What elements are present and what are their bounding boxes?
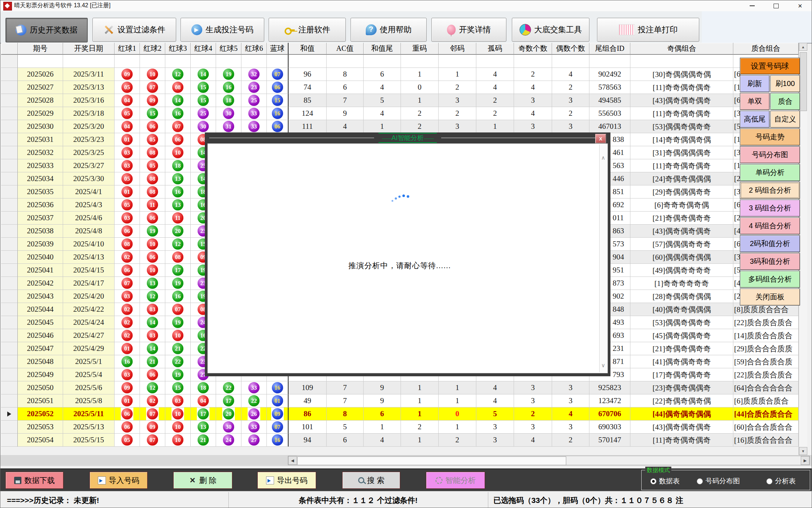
- panel-button-11[interactable]: 2 码组合分析: [740, 182, 800, 199]
- vertical-scroll-thumb[interactable]: [800, 52, 807, 111]
- bottom-button-3[interactable]: 删 除: [173, 472, 232, 489]
- toolbar-button-7[interactable]: 大底交集工具: [512, 18, 589, 42]
- ac-cell: 7: [327, 381, 364, 394]
- dialog-scrollbar[interactable]: ∧ ∨: [599, 144, 607, 372]
- toolbar-button-8[interactable]: 投注单打印: [597, 18, 699, 42]
- red-ball: 11: [172, 212, 183, 224]
- table-header-row: 期号开奖日期红球1红球2红球3红球4红球5红球6蓝球和值AC值和值尾重码邻码孤码…: [1, 43, 799, 55]
- history-icon: [16, 25, 26, 36]
- red-ball-cell: 03: [115, 368, 140, 381]
- red-ball: 27: [248, 434, 260, 446]
- scroll-down-arrow-icon[interactable]: ▼: [799, 447, 807, 455]
- red-ball: 11: [147, 199, 158, 210]
- draw-date-cell: 2025/5/11: [63, 407, 115, 421]
- red-ball-cell: 06: [115, 421, 140, 434]
- odd-even-combo-cell: [60]偶偶偶奇偶偶: [630, 251, 733, 264]
- toolbar-button-5[interactable]: 使用帮助: [351, 18, 427, 42]
- odd-count-cell: 3: [514, 394, 552, 407]
- scroll-up-arrow-icon[interactable]: ▲: [799, 43, 807, 51]
- dialog-scroll-down-icon[interactable]: ∨: [600, 361, 607, 370]
- panel-button-15[interactable]: 3码和值分析: [740, 253, 800, 270]
- toolbar-button-3[interactable]: 生成投注号码: [181, 18, 264, 42]
- column-header: 邻码: [439, 43, 476, 55]
- red-ball: 16: [121, 356, 133, 367]
- period-cell: 2025047: [18, 342, 63, 355]
- maximize-button[interactable]: [765, 0, 788, 11]
- ac-cell: 5: [327, 421, 364, 434]
- data-mode-radio-2[interactable]: 号码分布图: [697, 476, 740, 486]
- panel-button-16[interactable]: 多码组合分析: [740, 271, 800, 288]
- table-row[interactable]: 20250292025/3/18051516253033161249422242…: [1, 107, 799, 120]
- panel-button-1[interactable]: 设置号码球: [740, 58, 800, 74]
- table-row[interactable]: 20250272025/3/13050708151623067464024425…: [1, 81, 799, 94]
- dialog-close-button[interactable]: X: [595, 134, 606, 143]
- minimize-button[interactable]: [741, 0, 764, 11]
- red-ball-cell: 08: [165, 81, 191, 94]
- blue-ball: 16: [272, 382, 283, 393]
- red-ball-cell: 06: [165, 133, 191, 146]
- odd-count-cell: 2: [514, 68, 552, 81]
- red-ball-cell: 16: [115, 355, 140, 368]
- toolbar-button-label: 设置过滤条件: [117, 24, 165, 35]
- panel-button-13[interactable]: 4 码组合分析: [740, 217, 800, 234]
- panel-button-17[interactable]: 关闭面板: [740, 288, 800, 306]
- toolbar-button-1[interactable]: 历史开奖数据: [5, 18, 88, 42]
- table-row[interactable]: 20250262025/3/11091012141932079686114249…: [1, 68, 799, 81]
- red-ball-cell: 10: [140, 238, 165, 251]
- horizontal-scroll-thumb[interactable]: [297, 456, 566, 465]
- red-ball: 04: [121, 121, 133, 132]
- adjacent-cell: 3: [439, 120, 476, 133]
- panel-button-8[interactable]: 号码走势: [740, 128, 800, 146]
- red-ball-cell: 12: [165, 238, 191, 251]
- red-ball-cell: 25: [241, 94, 267, 107]
- red-ball: 02: [121, 330, 133, 341]
- table-row[interactable]: 20250512025/5/80102030417220149791143312…: [1, 394, 799, 407]
- table-row[interactable]: 20250282025/3/16040914151825158575132334…: [1, 94, 799, 107]
- bottom-button-1[interactable]: 数据下载: [5, 472, 63, 489]
- panel-button-5[interactable]: 质合: [770, 93, 800, 110]
- panel-button-2[interactable]: 刷新: [740, 75, 770, 92]
- panel-button-14[interactable]: 2码和值分析: [740, 235, 800, 252]
- toolbar-button-4[interactable]: 注册软件: [269, 18, 346, 42]
- data-mode-radio-1[interactable]: 数据表: [650, 476, 680, 486]
- adjacent-cell: 1: [439, 381, 476, 394]
- panel-button-4[interactable]: 单双: [740, 93, 770, 110]
- table-row[interactable]: 20250302025/3/20040607303133061114123133…: [1, 120, 799, 133]
- panel-button-7[interactable]: 自定义: [770, 111, 800, 128]
- toolbar-button-6[interactable]: 开奖详情: [431, 18, 506, 42]
- red-ball-cell: 02: [115, 329, 140, 342]
- red-ball: 09: [121, 69, 133, 80]
- ball-settings-panel: 设置号码球刷新刷100单双质合高低尾自定义号码走势号码分布图单码分析2 码组合分…: [740, 58, 800, 306]
- red-ball-cell: 01: [115, 394, 140, 407]
- blue-ball-cell: 16: [267, 381, 289, 394]
- bottom-button-6[interactable]: 智能分析: [426, 472, 485, 489]
- data-mode-radio-3[interactable]: 分析表: [766, 476, 796, 486]
- bottom-button-2[interactable]: 导入号码: [90, 472, 148, 489]
- panel-button-12[interactable]: 3 码组合分析: [740, 200, 800, 217]
- even-count-cell: 3: [552, 394, 589, 407]
- table-row[interactable]: 20250532025/5/13060910133033071015121333…: [1, 421, 799, 434]
- panel-button-10[interactable]: 单码分析: [740, 164, 800, 181]
- bottom-button-5[interactable]: 搜 索: [342, 472, 400, 489]
- tail-id-cell: 690303: [589, 421, 630, 434]
- toolbar-button-label: 注册软件: [298, 24, 330, 35]
- dialog-scroll-up-icon[interactable]: ∧: [600, 153, 607, 163]
- panel-button-3[interactable]: 刷100: [770, 75, 800, 92]
- scroll-right-arrow-icon[interactable]: ▶: [801, 456, 809, 465]
- red-ball-cell: 21: [191, 434, 216, 447]
- toolbar-button-2[interactable]: 设置过滤条件: [92, 18, 176, 42]
- bottom-button-4[interactable]: 导出号码: [257, 472, 316, 489]
- table-row[interactable]: 20250502025/5/60912151822331610979114339…: [1, 381, 799, 394]
- horizontal-scrollbar[interactable]: ◀ ▶: [288, 456, 810, 465]
- sum-tail-cell: 4: [364, 81, 401, 94]
- panel-button-6[interactable]: 高低尾: [740, 111, 770, 128]
- table-row[interactable]: 20250542025/5/15050710212427169464123425…: [1, 434, 799, 447]
- odd-even-combo-cell: [24]奇偶奇偶偶偶: [630, 172, 733, 185]
- red-ball: 21: [172, 343, 183, 354]
- panel-button-9[interactable]: 号码分布图: [740, 146, 800, 163]
- table-row[interactable]: 20250522025/5/11060710172026098686105246…: [1, 407, 799, 421]
- close-button[interactable]: ×: [788, 0, 812, 11]
- prime-combo-cell: [59]合合合质合质: [733, 355, 799, 368]
- red-ball: 33: [248, 108, 260, 119]
- scroll-left-arrow-icon[interactable]: ◀: [288, 456, 297, 465]
